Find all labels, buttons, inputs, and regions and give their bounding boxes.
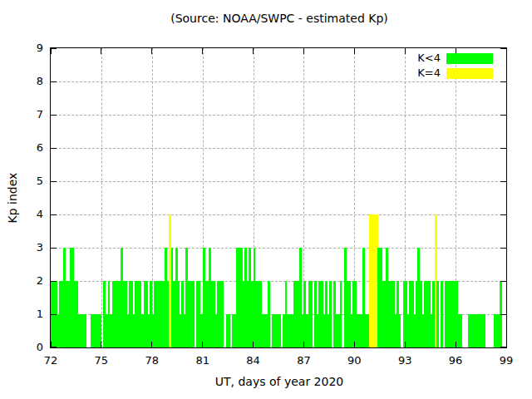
y-tick-mark	[51, 248, 57, 249]
x-tick-label: 75	[95, 354, 109, 367]
x-tick-mark	[405, 342, 406, 347]
y-tick-mark	[51, 281, 57, 282]
y-tick-mark	[500, 148, 506, 149]
plot-area	[50, 47, 507, 348]
y-tick-mark	[51, 347, 57, 347]
x-tick-mark	[303, 342, 304, 347]
y-tick-label: 6	[37, 141, 43, 155]
x-tick-mark	[101, 342, 101, 347]
chart-title: (Source: NOAA/SWPC - estimated Kp)	[50, 12, 509, 25]
x-tick-label: 78	[145, 354, 159, 367]
x-tick-mark	[456, 342, 456, 347]
x-tick-label: 87	[297, 354, 311, 367]
x-tick-label: 72	[44, 354, 58, 367]
y-tick-mark	[500, 115, 506, 116]
x-tick-mark	[253, 342, 254, 347]
kp-chart: (Source: NOAA/SWPC - estimated Kp) Kp in…	[0, 0, 532, 399]
y-tick-mark	[51, 81, 57, 82]
ticks-layer	[51, 48, 506, 347]
x-tick-label: 93	[398, 354, 412, 367]
legend-label-eq4: K=4	[417, 67, 441, 79]
y-tick-mark	[500, 181, 506, 182]
x-axis-label: UT, days of year 2020	[50, 375, 509, 388]
y-tick-mark	[51, 214, 57, 215]
y-tick-label: 0	[37, 341, 43, 354]
legend-swatch-lt4	[446, 53, 493, 64]
y-tick-label: 5	[37, 175, 43, 188]
y-tick-mark	[51, 148, 57, 149]
y-tick-mark	[500, 81, 506, 82]
y-tick-mark	[500, 248, 506, 249]
y-tick-mark	[51, 48, 57, 49]
y-tick-mark	[500, 214, 506, 215]
y-tick-mark	[51, 314, 57, 315]
x-tick-label: 99	[500, 354, 514, 367]
y-tick-mark	[500, 48, 506, 49]
x-tick-label: 81	[195, 354, 209, 367]
x-tick-label: 96	[449, 354, 463, 367]
y-tick-mark	[51, 181, 57, 182]
legend-row-eq4: K=4	[0, 67, 532, 79]
y-tick-mark	[500, 347, 506, 347]
y-tick-label: 3	[37, 241, 43, 254]
legend-label-lt4: K<4	[417, 52, 441, 64]
legend-swatch-eq4	[446, 68, 493, 79]
legend-row-lt4: K<4	[0, 52, 532, 64]
y-tick-label: 7	[37, 108, 43, 121]
y-axis-label: Kp index	[6, 173, 19, 224]
y-tick-mark	[51, 115, 57, 116]
y-tick-label: 1	[37, 308, 43, 321]
x-tick-label: 90	[347, 354, 362, 367]
x-tick-mark	[151, 342, 152, 347]
x-tick-mark	[202, 342, 203, 347]
y-tick-mark	[500, 281, 506, 282]
y-tick-label: 4	[37, 208, 43, 221]
x-tick-mark	[354, 342, 355, 347]
x-tick-label: 84	[246, 354, 260, 367]
y-tick-label: 2	[37, 274, 43, 288]
y-tick-mark	[500, 314, 506, 315]
